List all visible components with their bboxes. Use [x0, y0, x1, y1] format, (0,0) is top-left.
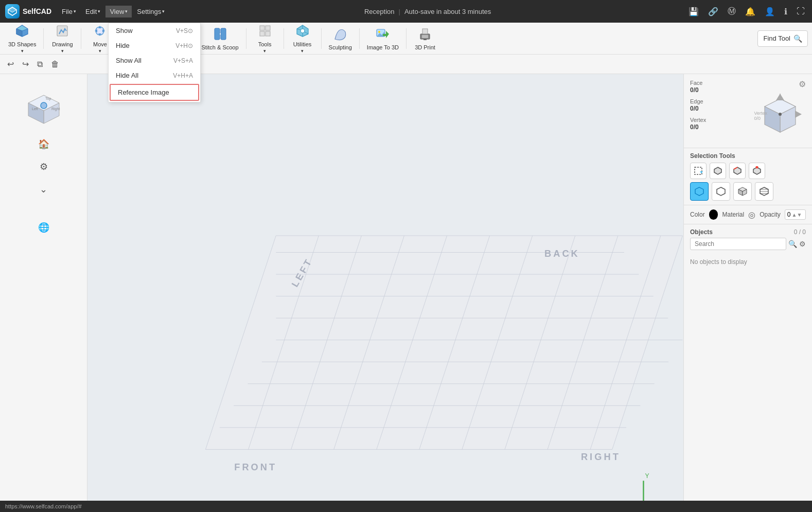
3d-shapes-icon	[15, 24, 29, 40]
move-label: Move	[93, 41, 107, 47]
statusbar: https://www.selfcad.com/app/#	[0, 501, 812, 512]
toolbar-sep-7	[284, 28, 284, 49]
selection-tools-row	[690, 163, 806, 179]
select-box-button[interactable]	[690, 163, 707, 179]
shape-texture-button[interactable]	[755, 182, 773, 201]
view-reference-image-item[interactable]: Reference Image	[110, 84, 199, 101]
nav-cube-svg: Left Top Right	[21, 82, 67, 129]
camera-settings-button[interactable]: ⚙	[34, 157, 53, 176]
sculpting-icon	[333, 27, 347, 43]
svg-rect-32	[422, 35, 428, 38]
view-menu[interactable]: View ▾	[105, 6, 132, 17]
redo-button[interactable]: ↪	[19, 57, 32, 71]
edit-menu[interactable]: Edit ▾	[81, 6, 104, 17]
svg-text:Right: Right	[51, 107, 60, 111]
cube-settings-gear[interactable]: ⚙	[799, 79, 806, 89]
view-show-shortcut: V+S⊙	[176, 27, 193, 34]
material-icon[interactable]: ◎	[748, 210, 755, 220]
tools-icon	[258, 24, 272, 40]
color-material-row: Color Material ◎ Opacity 0 ▲▼	[684, 205, 812, 224]
tool-sculpting[interactable]: Sculpting	[325, 24, 356, 53]
app-name: SelfCAD	[23, 7, 51, 15]
svg-text:FRONT: FRONT	[234, 462, 277, 472]
no-objects-text: No objects to display	[684, 254, 812, 270]
utilities-icon	[295, 24, 310, 40]
shape-wireframe-button[interactable]	[712, 182, 730, 201]
project-title: Reception	[364, 8, 395, 15]
shape-solid-button[interactable]	[690, 182, 709, 201]
svg-marker-83	[700, 171, 703, 173]
opacity-input[interactable]: 0 ▲▼	[785, 209, 806, 220]
vertex-label: Vertex	[690, 117, 706, 123]
objects-search-button[interactable]: 🔍	[788, 240, 797, 248]
svg-rect-18	[266, 26, 270, 30]
svg-marker-1	[8, 7, 16, 12]
view-hide-item[interactable]: Hide V+H⊙	[109, 38, 200, 53]
undo-button[interactable]: ↩	[4, 57, 17, 71]
svg-marker-80	[795, 111, 802, 118]
color-label: Color	[690, 211, 705, 218]
view-show-all-item[interactable]: Show All V+S+A	[109, 53, 200, 68]
perspective-button[interactable]: 🌐	[34, 218, 53, 237]
objects-settings-button[interactable]: ⚙	[799, 240, 806, 248]
svg-point-41	[41, 102, 47, 109]
view-hide-label: Hide	[116, 42, 130, 49]
svg-rect-20	[266, 31, 270, 36]
select-vertex-button[interactable]	[749, 163, 765, 179]
bell-button[interactable]: 🔔	[743, 5, 757, 19]
color-swatch[interactable]	[709, 209, 718, 220]
view-hide-all-label: Hide All	[116, 72, 138, 79]
medium-button[interactable]: Ⓜ	[726, 4, 738, 19]
navigation-cube[interactable]: Left Top Right	[21, 82, 67, 129]
view-reference-image-label: Reference Image	[118, 89, 169, 96]
tool-image-to-3d[interactable]: Image To 3D	[363, 24, 403, 53]
tool-3d-shapes[interactable]: 3D Shapes ▾	[4, 24, 40, 53]
tool-stitch-scoop[interactable]: Stitch & Scoop	[197, 24, 242, 53]
shape-flat-button[interactable]	[733, 182, 752, 201]
info-button[interactable]: ℹ	[782, 5, 789, 19]
left-panel: Left Top Right 🏠 ⚙ ⌄ 🌐	[0, 74, 87, 512]
user-button[interactable]: 👤	[763, 5, 777, 19]
select-edge-button[interactable]	[729, 163, 746, 179]
selection-tools-title: Selection Tools	[690, 152, 806, 160]
svg-rect-17	[260, 26, 264, 30]
view-hide-all-item[interactable]: Hide All V+H+A	[109, 68, 200, 83]
objects-search-input[interactable]	[690, 238, 786, 250]
viewport[interactable]: .grid-line { stroke: #c8cdd8; stroke-wid…	[87, 74, 683, 512]
expand-button[interactable]: ⌄	[34, 180, 53, 199]
svg-point-81	[779, 113, 782, 116]
svg-text:Top: Top	[45, 97, 51, 101]
tool-tools[interactable]: Tools ▾	[250, 24, 280, 53]
main-content: Left Top Right 🏠 ⚙ ⌄ 🌐 .grid-line { stro…	[0, 74, 812, 512]
view-show-item[interactable]: Show V+S⊙	[109, 23, 200, 38]
move-icon	[93, 24, 107, 40]
copy-button[interactable]: ⧉	[34, 58, 46, 71]
select-face-button[interactable]	[710, 163, 726, 179]
drawing-label: Drawing	[52, 41, 73, 47]
find-tool-button[interactable]: Find Tool 🔍	[757, 30, 808, 47]
topbar-right: 💾 🔗 Ⓜ 🔔 👤 ℹ ⛶	[686, 4, 807, 19]
stitch-scoop-icon	[213, 27, 227, 43]
toolbar-sep-9	[359, 28, 360, 49]
fullscreen-button[interactable]: ⛶	[795, 5, 807, 18]
image-to-3d-icon	[376, 27, 390, 43]
share-button[interactable]: 🔗	[706, 5, 720, 19]
svg-rect-34	[423, 39, 427, 40]
delete-button[interactable]: 🗑	[48, 58, 62, 71]
edge-label: Edge	[690, 98, 703, 104]
save-button[interactable]: 💾	[686, 5, 701, 19]
svg-rect-19	[260, 31, 264, 36]
tool-3d-print[interactable]: 3D Print	[410, 24, 440, 53]
tool-drawing[interactable]: Drawing ▾	[47, 24, 78, 53]
view-hide-all-shortcut: V+H+A	[173, 72, 193, 79]
menu-bar: File ▾ Edit ▾ View ▾ Settings ▾	[58, 6, 169, 17]
svg-marker-90	[717, 187, 725, 196]
objects-header: Objects 0 / 0	[684, 224, 812, 238]
tool-utilities[interactable]: Utilities ▾	[287, 24, 318, 53]
view-dropdown-menu: Show V+S⊙ Hide V+H⊙ Show All V+S+A Hide …	[108, 23, 201, 102]
topbar-center: Reception | Auto-save in about 3 minutes	[175, 8, 680, 15]
home-button[interactable]: 🏠	[34, 135, 53, 153]
fev-container: Face 0/0 Edge 0/0 Vertex 0/0	[690, 79, 706, 131]
file-menu[interactable]: File ▾	[58, 6, 80, 17]
settings-menu[interactable]: Settings ▾	[133, 6, 169, 17]
